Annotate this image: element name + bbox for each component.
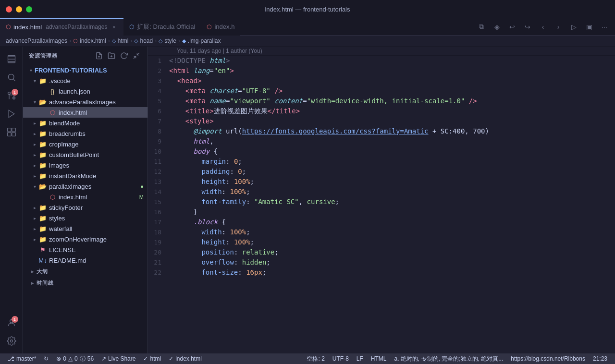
status-time[interactable]: 21:23 (589, 353, 611, 364)
line-content-18: width: 100%; (169, 227, 605, 237)
split-editor-button[interactable]: ⧉ (475, 20, 488, 34)
redo-button[interactable]: ↪ (521, 20, 534, 34)
sidebar-item-git[interactable]: 1 (3, 87, 20, 104)
line-content-16: } (169, 207, 605, 217)
status-language[interactable]: HTML (367, 353, 391, 364)
check-icon2: ✓ (169, 355, 173, 362)
status-url[interactable]: https://blog.csdn.net/Ribbons (507, 353, 589, 364)
line-num-3: 3 (148, 76, 169, 86)
tree-blend-mode[interactable]: ▸ 📁 blendMode (23, 118, 148, 128)
crop-image-folder-icon: 📁 (38, 140, 47, 148)
tree-zoom-hover[interactable]: ▸ 📁 zoomOnHoverImage (23, 234, 148, 244)
split-view-button[interactable]: ▣ (582, 20, 596, 34)
git-branch-icon: ⎇ (8, 355, 14, 362)
refresh-icon[interactable] (119, 50, 129, 61)
tab-index2[interactable]: ⬡ index.h (201, 18, 240, 36)
tree-crop-image[interactable]: ▸ 📁 cropImage (23, 139, 148, 149)
sidebar-item-search[interactable] (3, 69, 20, 86)
collapse-icon[interactable] (131, 50, 142, 61)
info-icon: ⓘ (80, 355, 86, 363)
source-control-button[interactable]: ◈ (490, 20, 504, 34)
line-num-2: 2 (148, 66, 169, 76)
breadcrumb-1[interactable]: advanceParallaxImages (6, 37, 67, 44)
breadcrumb-5[interactable]: style (164, 37, 176, 44)
tree-custom-bullet[interactable]: ▸ 📁 customBulletPoint (23, 149, 148, 160)
tree-breadcrumbs[interactable]: ▸ 📁 breadcrumbs (23, 128, 148, 139)
sidebar-item-settings[interactable] (3, 332, 20, 350)
tree-index-html-selected[interactable]: ▸ ⬡ index.html (23, 107, 148, 118)
outline-section[interactable]: ▸ 大纲 (23, 266, 148, 277)
breadcrumb-sep-4: › (155, 37, 157, 44)
tree-launch-json[interactable]: ▸ {} launch.json (23, 86, 148, 97)
tree-waterfall[interactable]: ▸ 📁 waterfall (23, 223, 148, 234)
readme-label: README.md (49, 257, 148, 264)
window-controls (6, 6, 32, 12)
line-num-15: 15 (148, 197, 169, 207)
maximize-button[interactable] (26, 6, 32, 12)
breadcrumb-2[interactable]: index.html (80, 37, 106, 44)
sidebar-item-extensions[interactable] (3, 123, 20, 141)
tab-close-button[interactable]: × (110, 23, 118, 31)
code-editor[interactable]: 1 <!DOCTYPE html> 2 <html lang="en"> 3 <… (148, 56, 615, 353)
line-content-11: margin: 0; (169, 157, 605, 167)
line-content-7: <style> (169, 116, 605, 126)
status-git-branch[interactable]: ⎇ master* (4, 353, 40, 364)
line-content-22: font-size: 16px; (169, 267, 605, 278)
tree-advance-parallax[interactable]: ▾ 📂 advanceParallaxImages (23, 97, 148, 107)
undo-button[interactable]: ↩ (505, 20, 519, 34)
tree-parallax-index-html[interactable]: ▸ ⬡ index.html M (23, 192, 148, 202)
tree-readme[interactable]: ▸ M↓ README.md (23, 255, 148, 266)
status-format-check[interactable]: ✓ html (139, 353, 165, 364)
status-eol[interactable]: LF (353, 353, 367, 364)
content-area: 1 1 (0, 47, 615, 353)
explorer-icon (7, 54, 16, 64)
custom-bullet-folder-icon: 📁 (38, 150, 47, 159)
status-prettier[interactable]: a. 绝对的, 专制的, 完全的;独立的, 绝对真... (391, 353, 507, 364)
tree-parallax-images[interactable]: ▾ 📂 parallaxImages ● (23, 181, 148, 192)
launch-json-label: launch.json (59, 88, 148, 95)
prev-button[interactable]: ‹ (536, 20, 550, 34)
error-count: 0 (63, 355, 66, 362)
sidebar-item-account[interactable]: 1 (3, 314, 20, 331)
status-live-share[interactable]: ↗ Live Share (98, 353, 139, 364)
live-share-label: Live Share (108, 355, 135, 362)
tree-sticky-footer[interactable]: ▸ 📁 stickyFooter (23, 202, 148, 213)
tree-root[interactable]: ▾ FRONTEND-TUTORIALS (23, 65, 148, 75)
more-actions-button[interactable]: ··· (598, 20, 611, 34)
breadcrumb-6[interactable]: .img-parallax (188, 37, 221, 44)
line-content-6: <title>进阶视差图片效果</title> (169, 106, 605, 116)
status-errors[interactable]: ⊗ 0 △ 0 ⓘ 56 (52, 353, 98, 364)
sidebar-item-explorer[interactable] (3, 50, 20, 68)
license-icon: ⚑ (38, 245, 47, 254)
tree-images[interactable]: ▸ 📁 images (23, 160, 148, 170)
status-format2-check[interactable]: ✓ index.html (165, 353, 206, 364)
tree-instant-dark[interactable]: ▸ 📁 instantDarkMode (23, 170, 148, 181)
status-sync[interactable]: ↻ (40, 353, 52, 364)
tab-active[interactable]: ⬡ index.html advanceParallaxImages × (0, 18, 123, 36)
minimize-button[interactable] (16, 6, 22, 12)
code-line-13: 13 height: 100%; (148, 177, 615, 187)
run-button[interactable]: ▷ (567, 20, 580, 34)
line-num-10: 10 (148, 146, 169, 157)
code-line-12: 12 padding: 0; (148, 167, 615, 177)
html-breadcrumb-icon: ⬡ (73, 38, 78, 44)
timeline-section[interactable]: ▸ 时间线 (23, 277, 148, 289)
tab-extension[interactable]: ⬡ 扩展: Dracula Official (123, 18, 201, 36)
new-file-icon[interactable] (94, 50, 104, 61)
close-button[interactable] (6, 6, 12, 12)
sidebar-header: 资源管理器 (23, 47, 148, 65)
sidebar-item-run[interactable] (3, 105, 20, 122)
breadcrumb-sep-3: › (130, 37, 132, 44)
code-line-4: 4 <meta charset="UTF-8" /> (148, 86, 615, 96)
breadcrumb-4[interactable]: head (140, 37, 153, 44)
tree-styles[interactable]: ▸ 📁 styles (23, 213, 148, 223)
tree-vscode[interactable]: ▾ 📁 .vscode (23, 75, 148, 86)
new-folder-icon[interactable] (106, 50, 117, 61)
window-title: index.html — frontend-tutorials (265, 6, 350, 13)
status-spaces[interactable]: 空格: 2 (303, 353, 328, 364)
breadcrumb-3[interactable]: html (118, 37, 129, 44)
line-num-19: 19 (148, 237, 169, 247)
tree-license[interactable]: ▸ ⚑ LICENSE (23, 244, 148, 255)
next-button[interactable]: › (552, 20, 565, 34)
status-encoding[interactable]: UTF-8 (329, 353, 353, 364)
